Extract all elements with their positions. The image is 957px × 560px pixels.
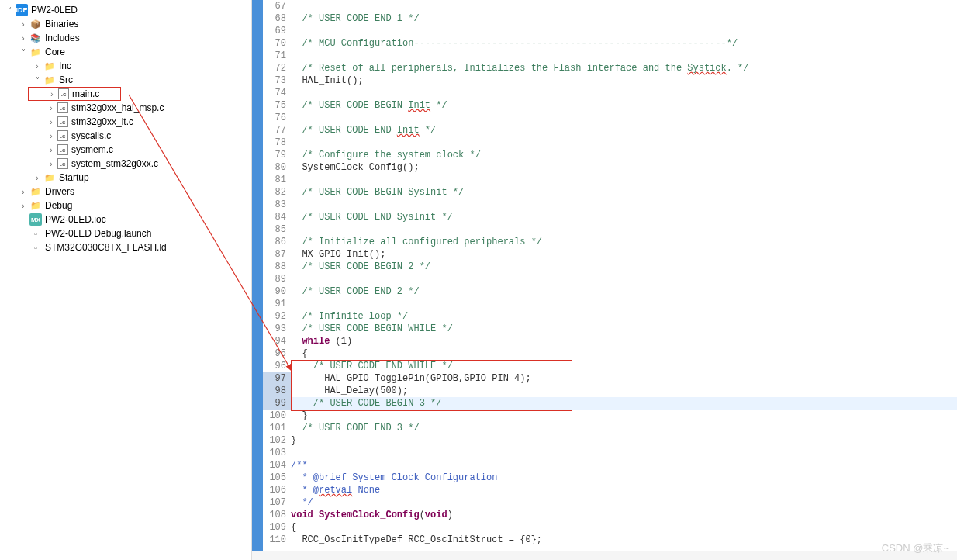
project-explorer[interactable]: ˅IDEPW2-0LED›📦Binaries›📚Includes˅📁Core›📁… [0,0,252,560]
tree-item-pw2-0led-debug-launch[interactable]: ▫PW2-0LED Debug.launch [0,226,251,240]
code-content[interactable]: /* USER CODE END 1 */ /* MCU Configurati… [291,0,957,560]
code-line[interactable]: /* USER CODE BEGIN Init */ [291,99,957,112]
code-line[interactable]: MX_GPIO_Init(); [291,248,957,261]
code-line[interactable]: /* USER CODE END 3 */ [291,422,957,434]
tree-item-system-stm32g0xx-c[interactable]: ›.csystem_stm32g0xx.c [0,157,251,171]
tree-item-stm32g030c8tx-flash-ld[interactable]: ▫STM32G030C8TX_FLASH.ld [0,240,251,254]
code-line[interactable] [291,298,957,310]
expand-arrow-icon[interactable]: › [17,202,29,210]
code-line[interactable]: /* Initialize all configured peripherals… [291,236,957,248]
code-line[interactable]: /* Infinite loop */ [291,310,957,323]
line-number: 110 [263,534,291,546]
code-line[interactable]: /* Configure the system clock */ [291,149,957,161]
code-line[interactable]: while (1) [291,335,957,347]
tree-item-sysmem-c[interactable]: ›.csysmem.c [0,143,251,157]
tree-item-drivers[interactable]: ›📁Drivers [0,185,251,199]
expand-arrow-icon[interactable]: › [45,118,57,126]
tree-item-syscalls-c[interactable]: ›.csyscalls.c [0,129,251,143]
tree-item-debug[interactable]: ›📁Debug [0,199,251,213]
code-line[interactable]: /* USER CODE BEGIN SysInit */ [291,186,957,199]
tree-item-src[interactable]: ˅📁Src [0,73,251,87]
tree-item-stm32g0xx-it-c[interactable]: ›.cstm32g0xx_it.c [0,115,251,129]
tree-item-main-c[interactable]: ›.cmain.c [28,87,121,101]
code-line[interactable]: { [291,521,957,534]
code-line[interactable]: HAL_GPIO_TogglePin(GPIOB,GPIO_PIN_4); [291,372,957,385]
expand-arrow-icon[interactable]: ˅ [3,6,16,15]
watermark: CSDN @乘凉~ [882,541,949,555]
code-line[interactable]: /* MCU Configuration--------------------… [291,37,957,50]
tree-label: Binaries [45,19,78,29]
code-line[interactable] [291,25,957,37]
line-number: 100 [263,410,291,422]
tree-item-startup[interactable]: ›📁Startup [0,171,251,185]
code-line[interactable] [291,174,957,186]
tree-item-inc[interactable]: ›📁Inc [0,59,251,73]
code-line[interactable]: * @retval None [291,484,957,496]
line-number: 75 [263,99,291,112]
line-number: 86 [263,236,291,248]
code-line[interactable]: } [291,410,957,422]
code-line[interactable] [291,112,957,124]
line-number: 83 [263,199,291,211]
line-number: 88 [263,261,291,273]
file-icon: ▫ [29,241,42,254]
code-line[interactable]: void SystemClock_Config(void) [291,509,957,521]
tree-label: STM32G030C8TX_FLASH.ld [45,242,167,253]
code-line[interactable] [291,273,957,285]
expand-arrow-icon[interactable]: › [31,62,43,71]
code-line[interactable]: /* USER CODE END WHILE */ [291,360,957,372]
code-line[interactable] [291,199,957,211]
code-line[interactable]: } [291,434,957,447]
line-number: 68 [263,12,291,25]
code-line[interactable]: /* USER CODE END SysInit */ [291,211,957,223]
tree-item-pw2-0led-ioc[interactable]: MXPW2-0LED.ioc [0,213,251,226]
code-line[interactable]: /** [291,459,957,472]
code-line[interactable]: /* USER CODE END 2 */ [291,285,957,298]
tree-item-pw2-0led[interactable]: ˅IDEPW2-0LED [0,3,251,17]
code-line[interactable] [291,87,957,99]
code-line[interactable]: /* USER CODE BEGIN 3 */ [291,397,957,410]
expand-arrow-icon[interactable]: ˅ [17,48,29,57]
code-line[interactable]: * @brief System Clock Configuration [291,472,957,484]
code-line[interactable] [291,223,957,236]
tree-label: Includes [45,33,80,43]
code-line[interactable]: */ [291,496,957,509]
tree-label: PW2-0LED [31,5,78,16]
code-line[interactable]: /* USER CODE END 1 */ [291,12,957,25]
code-line[interactable]: /* Reset of all peripherals, Initializes… [291,62,957,74]
expand-arrow-icon[interactable]: › [17,34,29,43]
expand-arrow-icon[interactable]: › [45,160,57,168]
tree-item-includes[interactable]: ›📚Includes [0,31,251,45]
tree-item-binaries[interactable]: ›📦Binaries [0,17,251,31]
expand-arrow-icon[interactable]: › [46,90,58,99]
code-line[interactable] [291,50,957,62]
line-number: 82 [263,186,291,199]
tree-label: Inc [59,60,71,71]
tree-item-core[interactable]: ˅📁Core [0,45,251,59]
code-line[interactable]: /* USER CODE END Init */ [291,124,957,137]
code-line[interactable] [291,137,957,149]
code-line[interactable]: HAL_Delay(500); [291,385,957,397]
code-line[interactable]: { [291,347,957,360]
horizontal-scrollbar[interactable] [252,551,957,560]
code-line[interactable]: SystemClock_Config(); [291,161,957,174]
code-line[interactable]: RCC_OscInitTypeDef RCC_OscInitStruct = {… [291,534,957,546]
expand-arrow-icon[interactable]: ˅ [31,76,43,85]
line-number: 104 [263,459,291,472]
expand-arrow-icon[interactable]: › [45,132,57,140]
expand-arrow-icon[interactable]: › [17,188,29,196]
code-line[interactable] [291,0,957,12]
code-line[interactable] [291,447,957,459]
line-number: 91 [263,298,291,310]
code-line[interactable]: /* USER CODE BEGIN WHILE */ [291,323,957,335]
code-editor[interactable]: 6768697071727374757677787980818283848586… [252,0,957,560]
code-line[interactable]: HAL_Init(); [291,74,957,87]
line-number: 98 [263,385,291,397]
code-line[interactable]: /* USER CODE BEGIN 2 */ [291,261,957,273]
expand-arrow-icon[interactable]: › [17,20,29,29]
expand-arrow-icon[interactable]: › [45,146,57,154]
expand-arrow-icon[interactable]: › [45,104,57,112]
line-number: 108 [263,509,291,521]
tree-item-stm32g0xx-hal-msp-c[interactable]: ›.cstm32g0xx_hal_msp.c [0,101,251,115]
expand-arrow-icon[interactable]: › [31,174,43,182]
